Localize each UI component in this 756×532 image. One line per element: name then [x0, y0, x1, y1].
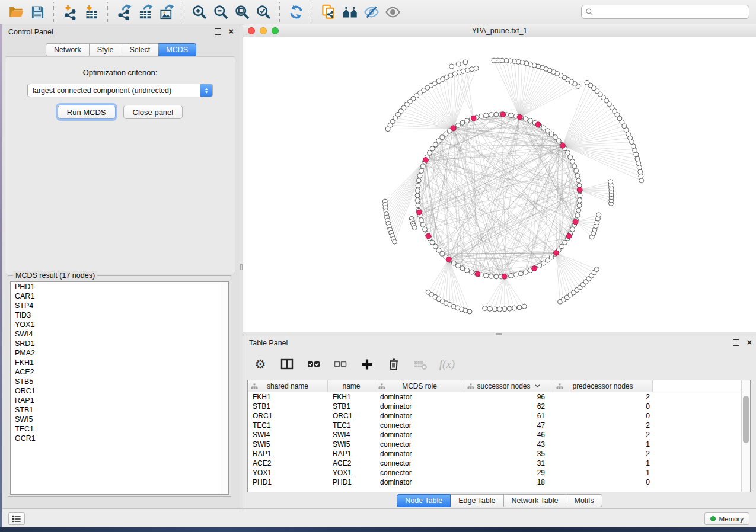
- table-tab-node-table[interactable]: Node Table: [397, 494, 451, 507]
- network-node: [484, 273, 489, 278]
- mcds-result-item[interactable]: STB5: [11, 377, 228, 386]
- column-header-mcds-role[interactable]: MCDS role: [375, 380, 464, 392]
- optimization-criterion-select[interactable]: largest connected component (undirected)…: [27, 84, 213, 97]
- zoom-in-button[interactable]: [189, 2, 210, 21]
- mcds-result-item[interactable]: STB1: [11, 405, 228, 415]
- scrollbar-thumb[interactable]: [743, 396, 749, 443]
- export-table-button[interactable]: [135, 2, 156, 21]
- run-mcds-button[interactable]: Run MCDS: [58, 105, 116, 119]
- zoom-fit-icon: [234, 4, 250, 20]
- network-node: [635, 156, 640, 161]
- mcds-result-item[interactable]: SRD1: [11, 339, 228, 348]
- table-row[interactable]: ORC1ORC1dominator610: [248, 411, 750, 421]
- table-row[interactable]: YOX1YOX1connector291: [248, 468, 750, 477]
- mcds-node: [560, 143, 566, 148]
- search-input[interactable]: [596, 7, 745, 17]
- table-cell: TEC1: [328, 421, 375, 430]
- table-tab-edge-table[interactable]: Edge Table: [451, 494, 503, 507]
- table-panel-float-button[interactable]: [733, 339, 739, 346]
- network-node: [553, 135, 557, 140]
- hide-selection-icon: [363, 4, 379, 20]
- network-node: [433, 244, 438, 249]
- mcds-result-item[interactable]: RAP1: [11, 396, 228, 405]
- mcds-result-item[interactable]: GCR1: [11, 434, 228, 443]
- mcds-result-item[interactable]: ACE2: [11, 367, 228, 377]
- table-row[interactable]: SWI5SWI5connector431: [248, 440, 750, 449]
- deselect-all-button[interactable]: [331, 355, 349, 373]
- tab-style[interactable]: Style: [90, 43, 122, 56]
- import-table-button[interactable]: [81, 2, 102, 21]
- search-box[interactable]: [581, 5, 749, 19]
- network-node: [570, 227, 575, 232]
- tab-select[interactable]: Select: [122, 43, 159, 56]
- table-settings-button[interactable]: ⚙: [251, 355, 269, 373]
- column-header-predecessor-nodes[interactable]: predecessor nodes: [553, 380, 653, 392]
- zoom-selected-button[interactable]: [253, 2, 274, 21]
- table-cell: dominator: [375, 411, 464, 421]
- save-session-button[interactable]: [27, 2, 48, 21]
- hide-selection-button[interactable]: [361, 2, 382, 21]
- select-all-button[interactable]: [305, 355, 323, 373]
- mcds-list-scrollbar[interactable]: [221, 282, 228, 494]
- splitter-grip[interactable]: [496, 333, 502, 335]
- table-tab-network-table[interactable]: Network Table: [504, 494, 567, 507]
- show-all-button[interactable]: [382, 2, 403, 21]
- table-row[interactable]: ACE2ACE2connector311: [248, 459, 750, 468]
- column-header-successor-nodes[interactable]: successor nodes: [464, 380, 553, 392]
- memory-button[interactable]: Memory: [704, 512, 749, 525]
- control-panel-close-button[interactable]: ×: [227, 25, 236, 37]
- mcds-result-item[interactable]: TID3: [11, 310, 228, 320]
- table-row[interactable]: FKH1FKH1dominator962: [248, 392, 750, 402]
- first-neighbors-button[interactable]: [339, 2, 361, 21]
- export-network-button[interactable]: [113, 2, 135, 21]
- table-row[interactable]: SWI4SWI4dominator462: [248, 430, 750, 440]
- tab-network[interactable]: Network: [46, 43, 90, 56]
- desktop-bottom-strip: [0, 527, 756, 532]
- table-panel-close-button[interactable]: ×: [745, 336, 754, 348]
- table-cell: PHD1: [328, 477, 375, 487]
- table-row[interactable]: STB1STB1dominator620: [248, 402, 750, 411]
- table-cell: 96: [464, 392, 553, 402]
- table-cell: 47: [464, 421, 553, 430]
- table-row[interactable]: TEC1TEC1connector472: [248, 421, 750, 430]
- mcds-result-item[interactable]: SWI5: [11, 415, 228, 424]
- toggle-columns-button[interactable]: [278, 355, 296, 373]
- export-image-button[interactable]: [156, 2, 177, 21]
- zoom-out-button[interactable]: [210, 2, 231, 21]
- mcds-result-item[interactable]: TEC1: [11, 424, 228, 434]
- control-panel-float-button[interactable]: [215, 28, 221, 35]
- zoom-fit-button[interactable]: [231, 2, 253, 21]
- table-row[interactable]: RAP1RAP1dominator352: [248, 449, 750, 459]
- network-canvas[interactable]: [243, 37, 756, 332]
- new-network-from-selection-button[interactable]: [318, 2, 339, 21]
- panels-menu-button[interactable]: [8, 512, 25, 525]
- delete-column-button[interactable]: [385, 355, 403, 373]
- toolbar-group: [53, 2, 107, 22]
- mcds-result-item[interactable]: STP4: [11, 301, 228, 310]
- apply-layout-button[interactable]: [285, 2, 307, 21]
- mcds-node: [532, 266, 537, 271]
- tab-mcds[interactable]: MCDS: [158, 43, 196, 56]
- close-panel-button[interactable]: Close panel: [123, 105, 183, 119]
- import-network-button[interactable]: [59, 2, 81, 21]
- mcds-result-item[interactable]: FKH1: [11, 358, 228, 367]
- mcds-node: [475, 271, 480, 277]
- table-scrollbar[interactable]: [741, 380, 750, 492]
- mcds-result-item[interactable]: SWI4: [11, 329, 228, 339]
- table-tab-motifs[interactable]: Motifs: [566, 494, 602, 507]
- node-table[interactable]: shared namenameMCDS rolesuccessor nodesp…: [247, 380, 751, 492]
- column-header-name[interactable]: name: [328, 380, 375, 392]
- column-header-shared-name[interactable]: shared name: [248, 380, 328, 392]
- mcds-result-item[interactable]: PMA2: [11, 348, 228, 358]
- create-column-button[interactable]: [358, 355, 376, 373]
- mcds-result-item[interactable]: CAR1: [11, 291, 228, 301]
- open-file-button[interactable]: [5, 2, 27, 21]
- mcds-result-item[interactable]: ORC1: [11, 386, 228, 396]
- mcds-result-item[interactable]: PHD1: [11, 282, 228, 291]
- mcds-result-list[interactable]: PHD1CAR1STP4TID3YOX1SWI4SRD1PMA2FKH1ACE2…: [10, 281, 229, 495]
- splitter-grip[interactable]: [240, 264, 243, 270]
- network-graph[interactable]: [243, 37, 756, 332]
- table-row[interactable]: PHD1PHD1dominator180: [248, 477, 750, 487]
- mcds-result-item[interactable]: YOX1: [11, 320, 228, 329]
- table-cell: dominator: [375, 449, 464, 459]
